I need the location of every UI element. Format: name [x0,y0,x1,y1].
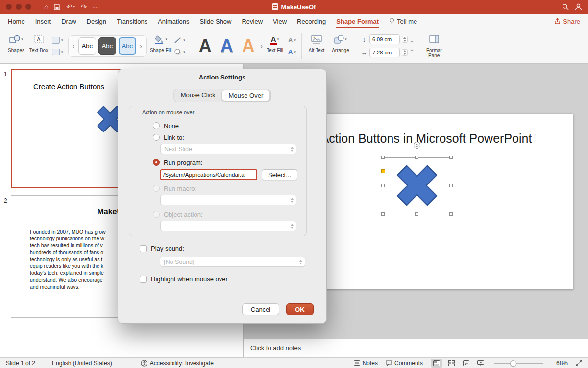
tell-me-button[interactable]: Tell me [389,18,417,25]
shapes-button[interactable]: ▾ Shapes [5,32,27,60]
close-window-button[interactable] [6,4,12,10]
tab-mouse-click[interactable]: Mouse Click [174,90,222,101]
wordart-style-option-3[interactable]: A [238,37,259,55]
zoom-thumb[interactable] [510,360,516,367]
tab-mouse-over[interactable]: Mouse Over [221,90,270,101]
style-gallery-prev-icon[interactable]: ‹ [72,42,76,51]
slide-sorter-view-button[interactable] [445,359,457,368]
text-box-button[interactable]: A Text Box [27,32,50,60]
home-icon[interactable]: ⌂ [44,3,48,10]
text-effects-button[interactable]: A▾ [288,48,296,56]
wordart-gallery-more-icon[interactable]: › [259,42,264,51]
shape-height-input[interactable] [369,34,400,44]
lightbulb-icon [389,18,394,25]
zoom-slider[interactable] [494,360,543,367]
tab-draw[interactable]: Draw [61,18,76,25]
play-sound-checkbox[interactable]: Play sound: [140,245,184,252]
tab-shape-format[interactable]: Shape Format [336,18,379,25]
redo-icon[interactable]: ↷ [81,3,87,10]
style-gallery-next-icon[interactable]: › [139,42,143,51]
shape-width-input[interactable] [369,48,400,57]
radio-run-program[interactable]: Run program: [153,157,297,168]
dialog-title: Action Settings [118,74,326,81]
shape-fill-button[interactable]: ▾ Shape Fill [149,32,172,60]
tab-home[interactable]: Home [8,18,25,25]
ok-button[interactable]: OK [286,303,314,315]
format-pane-button[interactable]: Format Pane [421,32,447,60]
action-button-shape[interactable] [393,162,441,209]
tab-insert[interactable]: Insert [35,18,51,25]
notes-toggle-button[interactable]: Notes [354,360,378,367]
tab-design[interactable]: Design [87,18,106,25]
tab-slide-show[interactable]: Slide Show [199,18,231,25]
zoom-window-button[interactable] [25,4,31,10]
shape-outline-button[interactable]: ▾ [174,36,185,44]
resize-handle-nw[interactable] [381,156,385,159]
height-stepper[interactable] [402,36,408,43]
language-button[interactable]: English (United States) [52,360,112,367]
accessibility-button[interactable]: Accessibility: Investigate [141,360,214,367]
shape-adjust-handle[interactable] [381,169,385,173]
radio-none[interactable]: None [153,120,297,131]
wordart-style-option-2[interactable]: A [216,37,238,55]
radio-run-macro: Run macro: [153,183,297,194]
shape-style-option-3-selected[interactable]: Abc [119,37,136,55]
shape-style-option-2[interactable]: Abc [98,37,116,55]
resize-handle-e[interactable] [449,184,453,187]
resize-handle-s[interactable] [415,212,418,216]
window-title-text: MakeUseOf [281,3,316,11]
rotation-handle[interactable]: ↻ [414,142,420,149]
save-icon[interactable] [54,4,60,10]
merge-shapes-dropdown[interactable]: ▾ [52,48,63,56]
minimize-window-button[interactable] [16,4,22,10]
search-icon[interactable] [562,3,569,10]
text-outline-button[interactable]: A▾ [288,36,296,44]
notes-pane[interactable]: Click to add notes [244,339,588,357]
select-program-button[interactable]: Select... [262,169,297,180]
tab-transitions[interactable]: Transitions [117,18,147,25]
quick-shape-dropdown[interactable]: ▾ [52,36,63,44]
insert-shapes-group: ▾ Shapes A Text Box ▾ ▾ [5,32,65,60]
arrange-icon [334,35,344,44]
resize-handle-w[interactable] [381,184,385,187]
fit-to-window-icon[interactable] [576,360,582,366]
select-chevrons-icon [291,198,294,203]
shape-selection-box[interactable]: ↻ [383,157,451,214]
wordart-style-option-1[interactable]: A [195,37,216,55]
radio-link-to[interactable]: Link to: [153,132,297,143]
resize-handle-ne[interactable] [449,156,453,159]
tab-recording[interactable]: Recording [297,18,326,25]
highlight-checkbox[interactable]: Highlight when mouse over [140,275,228,283]
undo-button[interactable]: ↶▾ [66,3,75,10]
text-fill-button[interactable]: A▾ Text Fill [264,32,286,60]
comments-toggle-button[interactable]: Comments [386,360,423,367]
program-path-input[interactable] [160,169,257,180]
radio-run-program-label: Run program: [164,159,202,166]
width-stepper[interactable] [402,49,408,56]
alt-text-button[interactable]: Alt Text [305,32,328,60]
shape-effects-button[interactable]: ▾ [174,48,185,56]
arrange-button[interactable]: ▾ Arrange [328,32,353,60]
shape-style-option-1[interactable]: Abc [78,37,96,55]
slideshow-view-button[interactable] [475,359,487,368]
resize-handle-n[interactable] [415,156,418,159]
ribbon-divider [417,33,417,59]
text-fill-label: Text Fill [267,48,283,53]
notes-placeholder[interactable]: Click to add notes [250,344,301,352]
reading-view-button[interactable] [460,359,472,368]
tab-review[interactable]: Review [242,18,263,25]
account-icon[interactable] [575,3,582,10]
toolbar-more-icon[interactable]: ⋯ [93,3,99,10]
radio-link-to-icon [153,134,160,141]
resize-handle-sw[interactable] [381,212,385,216]
shape-fill-icon [154,34,164,44]
cancel-button[interactable]: Cancel [242,303,279,315]
tab-view[interactable]: View [273,18,287,25]
format-pane-icon [429,35,439,43]
tab-animations[interactable]: Animations [158,18,189,25]
normal-view-button[interactable] [431,359,442,368]
undo-caret-icon[interactable]: ▾ [73,5,75,9]
resize-handle-se[interactable] [449,212,453,216]
slide-1-number: 1 [4,71,7,78]
share-button[interactable]: Share [554,18,580,25]
